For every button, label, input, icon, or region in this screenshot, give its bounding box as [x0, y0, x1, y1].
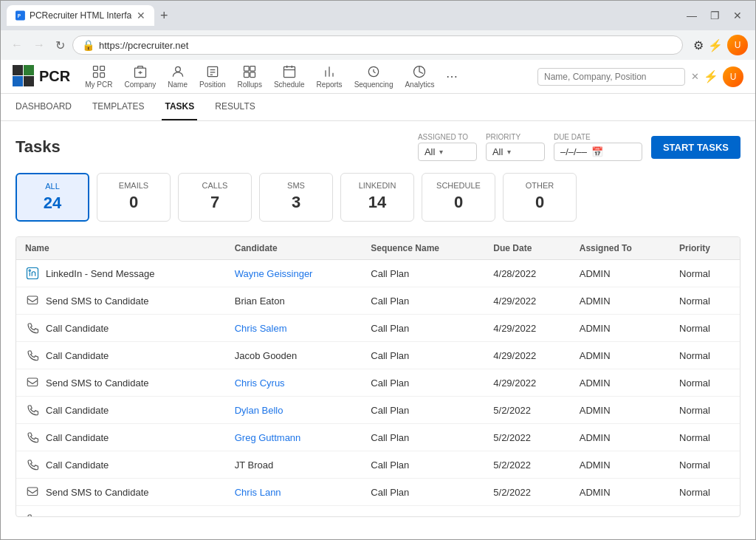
nav-item-company[interactable]: Company	[124, 64, 156, 89]
nav-item-schedule[interactable]: Schedule	[274, 64, 305, 89]
forward-button[interactable]: →	[30, 37, 48, 53]
candidate-link[interactable]: Greg Guttmann	[235, 432, 301, 443]
nav-label-sequencing: Sequencing	[354, 81, 394, 89]
task-name-link[interactable]: Send SMS to Candidate	[46, 295, 148, 307]
assigned-to-select[interactable]: All ▾	[418, 143, 477, 161]
svg-rect-9	[100, 73, 105, 78]
lightning-search-icon: ⚡	[704, 69, 718, 83]
nav-item-my-pcr[interactable]: My PCR	[85, 64, 112, 89]
candidate-link[interactable]: Chris Lann	[235, 487, 281, 498]
url-bar[interactable]: 🔒 https://pcrecruiter.net	[72, 35, 683, 55]
task-due-date-cell: 4/29/2022	[484, 342, 570, 369]
tab-emails-count: 0	[109, 193, 158, 212]
svg-point-32	[29, 270, 30, 271]
due-date-label: DUE DATE	[554, 133, 642, 141]
task-assigned-to-cell: ADMIN	[571, 287, 670, 315]
subnav-tasks[interactable]: TASKS	[162, 94, 197, 120]
task-name-link[interactable]: LinkedIn - Send Message	[46, 268, 154, 279]
task-name-link[interactable]: Call Candidate	[46, 350, 109, 361]
browser-extensions: ⚙ ⚡ U	[693, 35, 748, 55]
task-tab-schedule[interactable]: SCHEDULE 0	[422, 173, 495, 222]
subnav-dashboard[interactable]: DASHBOARD	[13, 94, 75, 120]
task-due-date-cell: 4/29/2022	[484, 506, 570, 518]
nav-item-sequencing[interactable]: Sequencing	[354, 64, 394, 89]
task-tab-calls[interactable]: CALLS 7	[178, 173, 252, 222]
candidate-link[interactable]: Dylan Bello	[235, 405, 284, 416]
svg-rect-18	[244, 66, 250, 72]
svg-rect-2	[13, 65, 23, 75]
user-menu[interactable]: U	[723, 66, 743, 87]
nav-item-reports[interactable]: Reports	[317, 64, 343, 89]
task-due-date-cell: 5/2/2022	[484, 397, 570, 424]
task-name-link[interactable]: Send SMS to Candidate	[46, 377, 148, 389]
tab-title: PCRecruiter HTML Interface	[30, 10, 132, 21]
nav-item-position[interactable]: Position	[199, 64, 226, 89]
task-tab-linkedin[interactable]: LINKEDIN 14	[340, 173, 414, 222]
minimize-button[interactable]: —	[682, 8, 701, 23]
candidate-link[interactable]: Chris Cyrus	[235, 377, 285, 389]
extensions-icon: ⚙	[693, 38, 704, 52]
subnav-templates[interactable]: TEMPLATES	[89, 94, 147, 120]
back-button[interactable]: ←	[8, 37, 26, 53]
assigned-to-chevron: ▾	[439, 148, 443, 156]
table-row: Call Candidate Chris Salem Call Plan 4/2…	[16, 315, 740, 342]
tab-close-button[interactable]: ✕	[137, 10, 145, 21]
task-priority-cell: Normal	[670, 287, 740, 315]
nav-item-analytics[interactable]: Analytics	[405, 64, 434, 89]
task-name-link[interactable]: Call Candidate	[46, 432, 109, 443]
task-tab-sms[interactable]: SMS 3	[259, 173, 333, 222]
task-name-link[interactable]: Call Candidate	[46, 323, 109, 334]
col-name: Name	[16, 237, 226, 260]
subnav-results[interactable]: RESULTS	[212, 94, 258, 120]
maximize-button[interactable]: ❐	[706, 8, 724, 23]
candidate-name: JT Broad	[235, 459, 274, 471]
task-type-icon	[25, 430, 40, 445]
search-input[interactable]	[537, 68, 685, 86]
tasks-table-body: LinkedIn - Send Message Wayne Geissinger…	[16, 260, 740, 518]
task-name-link[interactable]: Call Candidate	[46, 514, 109, 518]
task-assigned-to-cell: ADMIN	[571, 451, 670, 479]
nav-item-rollups[interactable]: Rollups	[238, 64, 262, 89]
tab-all-label: ALL	[29, 182, 76, 191]
nav-item-name[interactable]: Name	[168, 64, 188, 89]
task-candidate-cell: Wayne Geissinger	[226, 260, 362, 287]
task-name-cell: Call Candidate	[16, 451, 226, 479]
more-nav-icon[interactable]: ⋯	[446, 69, 458, 83]
priority-select[interactable]: All ▾	[486, 143, 545, 161]
calendar-icon: 📅	[591, 146, 603, 157]
task-type-icon	[25, 457, 40, 472]
task-due-date-cell: 5/2/2022	[484, 479, 570, 506]
browser-tab[interactable]: P PCRecruiter HTML Interface ✕	[7, 5, 154, 26]
due-date-picker[interactable]: –/–/–– 📅	[554, 143, 642, 161]
start-tasks-button[interactable]: START TASKS	[651, 136, 740, 159]
close-button[interactable]: ✕	[729, 8, 746, 23]
reload-button[interactable]: ↻	[52, 37, 68, 54]
clear-search-icon[interactable]: ✕	[691, 71, 699, 82]
candidate-link[interactable]: Drew Rothman	[235, 514, 299, 518]
nav-label-rollups: Rollups	[238, 81, 262, 89]
candidate-link[interactable]: Chris Salem	[235, 323, 287, 334]
task-tab-other[interactable]: OTHER 0	[503, 173, 577, 222]
new-tab-button[interactable]: +	[160, 8, 168, 24]
candidate-name: Brian Eaton	[235, 295, 285, 307]
logo-text: PCR	[39, 68, 70, 85]
task-name-cell: Call Candidate	[16, 397, 226, 424]
task-tab-all[interactable]: ALL 24	[16, 173, 89, 222]
task-name-link[interactable]: Send SMS to Candidate	[46, 487, 148, 498]
task-name-cell: LinkedIn - Send Message	[16, 260, 226, 287]
table-row: Send SMS to Candidate Brian Eaton Call P…	[16, 287, 740, 315]
app-header: PCR My PCR Company Name Position	[1, 60, 755, 94]
tasks-table: Name Candidate Sequence Name Due Date As…	[16, 237, 740, 517]
candidate-link[interactable]: Wayne Geissinger	[235, 268, 313, 279]
nav-label-schedule: Schedule	[274, 81, 305, 89]
task-tab-emails[interactable]: EMAILS 0	[97, 173, 171, 222]
table-row: Call Candidate Jacob Gooden Call Plan 4/…	[16, 342, 740, 369]
task-name-link[interactable]: Call Candidate	[46, 459, 109, 471]
task-priority-cell: Normal	[670, 315, 740, 342]
task-type-icon	[25, 485, 40, 499]
task-name-link[interactable]: Call Candidate	[46, 405, 109, 416]
svg-rect-35	[27, 488, 38, 496]
task-candidate-cell: Chris Salem	[226, 315, 362, 342]
task-type-icon	[25, 293, 40, 308]
nav-label-position: Position	[199, 81, 226, 89]
